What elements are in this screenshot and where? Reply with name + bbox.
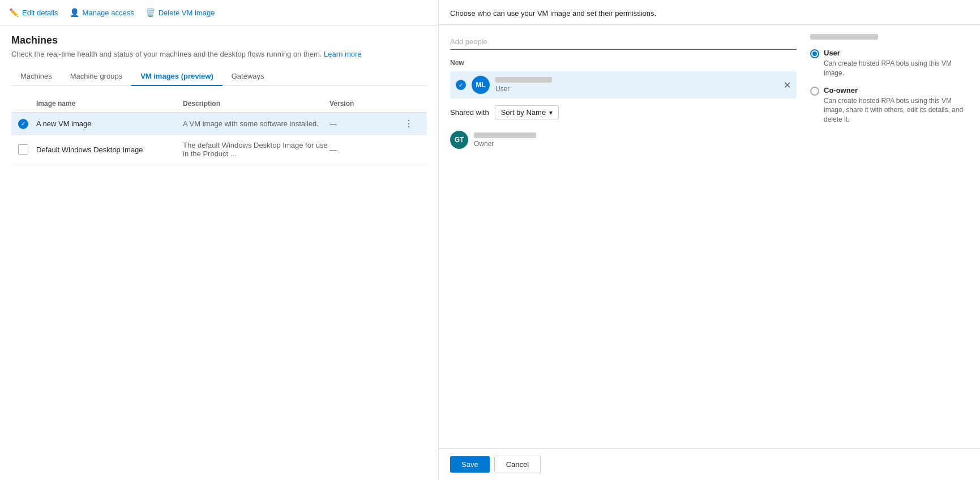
shared-role: Owner (474, 140, 536, 148)
manage-access-button[interactable]: 👤 Manage access (70, 6, 134, 19)
tab-gateways[interactable]: Gateways (222, 67, 273, 86)
edit-details-button[interactable]: ✏️ Edit details (9, 6, 58, 19)
cancel-button[interactable]: Cancel (494, 456, 541, 473)
person-check-icon: ✓ (456, 80, 466, 90)
toolbar: ✏️ Edit details 👤 Manage access 🗑️ Delet… (0, 0, 438, 25)
panel-body: New ✓ ML User ✕ Shared with Sort by Name… (439, 25, 980, 448)
radio-user-desc: Can create hosted RPA bots using this VM… (824, 59, 969, 78)
shared-with-label: Shared with (450, 108, 489, 117)
row-version: — (329, 145, 397, 154)
new-section-label: New (450, 59, 797, 67)
row-desc: The default Windows Desktop Image for us… (183, 141, 329, 158)
tabs-bar: Machines Machine groups VM images (previ… (11, 67, 427, 86)
person-icon: 👤 (70, 8, 79, 17)
delete-icon: 🗑️ (145, 8, 155, 17)
shared-with-row: Shared with Sort by Name (450, 105, 797, 119)
row-checkbox-selected: ✓ (18, 119, 28, 129)
radio-user-icon (810, 49, 819, 58)
tab-vm-images[interactable]: VM images (preview) (131, 67, 222, 86)
left-panel: ✏️ Edit details 👤 Manage access 🗑️ Delet… (0, 0, 439, 480)
selected-user-name (810, 34, 878, 40)
tab-machine-groups[interactable]: Machine groups (61, 67, 132, 86)
tab-machines[interactable]: Machines (11, 67, 61, 86)
avatar: GT (450, 131, 468, 149)
row-checkbox-empty (18, 144, 28, 155)
panel-description: Choose who can use your VM image and set… (450, 9, 969, 18)
radio-user-label: User (824, 49, 969, 57)
page-title: Machines (11, 35, 427, 46)
panel-footer: Save Cancel (439, 448, 980, 480)
right-panel: Choose who can use your VM image and set… (439, 0, 980, 480)
col-version: Version (329, 100, 397, 108)
sort-dropdown[interactable]: Sort by Name (495, 105, 559, 119)
radio-coowner-desc: Can create hosted RPA bots using this VM… (824, 96, 969, 125)
delete-vm-button[interactable]: 🗑️ Delete VM image (145, 6, 215, 19)
avatar: ML (472, 76, 490, 94)
col-image-name: Image name (36, 100, 183, 108)
row-name: A new VM image (36, 119, 183, 128)
save-button[interactable]: Save (450, 456, 490, 473)
panel-header: Choose who can use your VM image and set… (439, 0, 980, 25)
content-area: Machines Check the real-time health and … (0, 25, 438, 480)
edit-icon: ✏️ (9, 8, 19, 17)
panel-people-section: New ✓ ML User ✕ Shared with Sort by Name… (450, 34, 797, 439)
row-name: Default Windows Desktop Image (36, 145, 183, 154)
row-desc: A VM image with some software installed. (183, 119, 329, 128)
add-people-input[interactable] (450, 34, 797, 50)
panel-permissions-section: User Can create hosted RPA bots using th… (810, 34, 969, 439)
row-version: — (329, 119, 397, 128)
table-row[interactable]: Default Windows Desktop Image The defaul… (11, 135, 427, 164)
page-subtitle: Check the real-time health and status of… (11, 50, 427, 58)
learn-more-link[interactable]: Learn more (324, 50, 361, 58)
permission-user-option[interactable]: User Can create hosted RPA bots using th… (810, 49, 969, 78)
new-person-item[interactable]: ✓ ML User ✕ (450, 71, 797, 98)
permission-coowner-option[interactable]: Co-owner Can create hosted RPA bots usin… (810, 86, 969, 125)
shared-person-item: GT Owner (450, 126, 797, 153)
person-close-button[interactable]: ✕ (784, 80, 791, 91)
person-role: User (495, 85, 791, 93)
chevron-down-icon (549, 108, 553, 117)
col-description: Description (183, 100, 329, 108)
radio-coowner-label: Co-owner (824, 86, 969, 95)
table-header: Image name Description Version (11, 95, 427, 113)
row-actions-menu[interactable]: ⋮ (397, 118, 420, 129)
person-name-blur (495, 77, 552, 83)
radio-coowner-icon (810, 87, 819, 96)
table-row[interactable]: ✓ A new VM image A VM image with some so… (11, 113, 427, 135)
shared-name-blur (474, 132, 536, 138)
